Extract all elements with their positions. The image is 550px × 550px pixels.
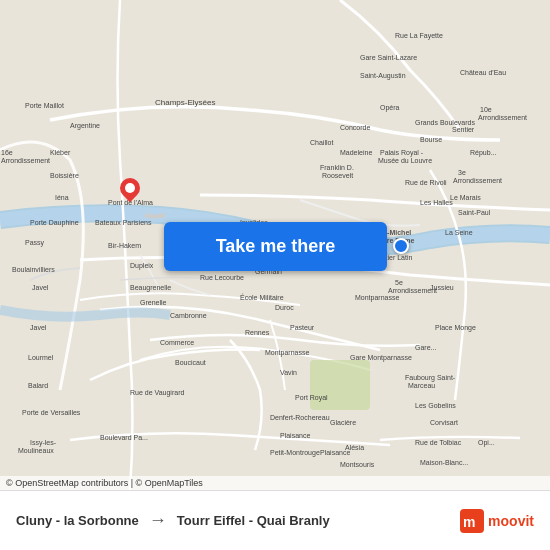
svg-text:m: m bbox=[463, 514, 475, 530]
svg-text:Duroc: Duroc bbox=[275, 304, 294, 311]
svg-text:Boucicaut: Boucicaut bbox=[175, 359, 206, 366]
svg-text:Argentine: Argentine bbox=[70, 122, 100, 130]
moovit-logo: m moovit bbox=[460, 509, 534, 533]
svg-text:Gare Saint-Lazare: Gare Saint-Lazare bbox=[360, 54, 417, 61]
svg-text:Kléber: Kléber bbox=[50, 149, 71, 156]
svg-text:École Militaire: École Militaire bbox=[240, 293, 284, 301]
svg-text:Montparnasse: Montparnasse bbox=[265, 349, 309, 357]
svg-text:Opéra: Opéra bbox=[380, 104, 400, 112]
svg-text:Petit-Montrouge: Petit-Montrouge bbox=[270, 449, 320, 457]
svg-text:Boulevard Pa...: Boulevard Pa... bbox=[100, 434, 148, 441]
svg-text:Les Halles: Les Halles bbox=[420, 199, 453, 206]
svg-text:Grands Boulevards: Grands Boulevards bbox=[415, 119, 475, 126]
svg-text:Beaugrenelle: Beaugrenelle bbox=[130, 284, 171, 292]
svg-text:Dupleix: Dupleix bbox=[130, 262, 154, 270]
svg-text:Musée du Louvre: Musée du Louvre bbox=[378, 157, 432, 164]
svg-text:Bir-Hakem: Bir-Hakem bbox=[108, 242, 141, 249]
svg-text:Chaillot: Chaillot bbox=[310, 139, 333, 146]
svg-text:Roosevelt: Roosevelt bbox=[322, 172, 353, 179]
svg-text:Rue Lecourbe: Rue Lecourbe bbox=[200, 274, 244, 281]
svg-text:Rue de Rivoli: Rue de Rivoli bbox=[405, 179, 447, 186]
svg-text:Gare...: Gare... bbox=[415, 344, 436, 351]
svg-text:Corvisart: Corvisart bbox=[430, 419, 458, 426]
moovit-brand-name: moovit bbox=[488, 513, 534, 529]
svg-text:Javel: Javel bbox=[30, 324, 47, 331]
svg-text:16e: 16e bbox=[1, 149, 13, 156]
svg-text:Grenelle: Grenelle bbox=[140, 299, 167, 306]
svg-text:Château d'Eau: Château d'Eau bbox=[460, 69, 506, 76]
svg-text:3e: 3e bbox=[458, 169, 466, 176]
svg-text:Gare Montparnasse: Gare Montparnasse bbox=[350, 354, 412, 362]
svg-text:Iéna: Iéna bbox=[55, 194, 69, 201]
svg-text:Les Gobelins: Les Gobelins bbox=[415, 402, 456, 409]
svg-text:Vavin: Vavin bbox=[280, 369, 297, 376]
svg-text:Javel: Javel bbox=[32, 284, 49, 291]
svg-text:Cambronne: Cambronne bbox=[170, 312, 207, 319]
moovit-icon: m bbox=[460, 509, 484, 533]
svg-text:Montsouris: Montsouris bbox=[340, 461, 375, 468]
svg-text:Faubourg Saint-: Faubourg Saint- bbox=[405, 374, 456, 382]
svg-text:Rennes: Rennes bbox=[245, 329, 270, 336]
route-from-label: Cluny - la Sorbonne bbox=[16, 513, 139, 528]
svg-text:Le Marais: Le Marais bbox=[450, 194, 481, 201]
take-me-there-button[interactable]: Take me there bbox=[164, 222, 387, 271]
svg-text:Commerce: Commerce bbox=[160, 339, 194, 346]
svg-text:Bourse: Bourse bbox=[420, 136, 442, 143]
origin-pin bbox=[120, 178, 140, 206]
svg-text:Porte Dauphine: Porte Dauphine bbox=[30, 219, 79, 227]
svg-text:Rue de Vaugirard: Rue de Vaugirard bbox=[130, 389, 184, 397]
svg-text:Port Royal: Port Royal bbox=[295, 394, 328, 402]
svg-text:Champs-Elysées: Champs-Elysées bbox=[155, 98, 215, 107]
svg-text:Bateaux Parisiens: Bateaux Parisiens bbox=[95, 219, 152, 226]
svg-text:Porte Maillot: Porte Maillot bbox=[25, 102, 64, 109]
svg-text:5e: 5e bbox=[395, 279, 403, 286]
svg-text:Franklin D.: Franklin D. bbox=[320, 164, 354, 171]
svg-text:Denfert-Rochereau: Denfert-Rochereau bbox=[270, 414, 330, 421]
svg-text:Répub...: Répub... bbox=[470, 149, 497, 157]
svg-text:Porte de Versailles: Porte de Versailles bbox=[22, 409, 81, 416]
svg-text:Saint-Augustin: Saint-Augustin bbox=[360, 72, 406, 80]
svg-text:Boissière: Boissière bbox=[50, 172, 79, 179]
svg-text:Arrondissement: Arrondissement bbox=[1, 157, 50, 164]
route-arrow-icon: → bbox=[149, 510, 167, 531]
svg-text:Rue de Tolbiac: Rue de Tolbiac bbox=[415, 439, 462, 446]
svg-text:Arrondissement: Arrondissement bbox=[453, 177, 502, 184]
svg-text:Opi...: Opi... bbox=[478, 439, 495, 447]
svg-text:Lourmel: Lourmel bbox=[28, 354, 54, 361]
bottom-bar: Cluny - la Sorbonne → Tourr Eiffel - Qua… bbox=[0, 490, 550, 550]
svg-text:Place Monge: Place Monge bbox=[435, 324, 476, 332]
map-area: Champs-Elysées Porte Maillot Argentine K… bbox=[0, 0, 550, 490]
svg-text:Montparnasse: Montparnasse bbox=[355, 294, 399, 302]
svg-text:Rue La Fayette: Rue La Fayette bbox=[395, 32, 443, 40]
route-to-label: Tourr Eiffel - Quai Branly bbox=[177, 513, 330, 528]
map-copyright: © OpenStreetMap contributors | © OpenMap… bbox=[0, 476, 550, 490]
svg-text:Moulineaux: Moulineaux bbox=[18, 447, 54, 454]
svg-text:La Seine: La Seine bbox=[445, 229, 473, 236]
svg-text:Saint-Paul: Saint-Paul bbox=[458, 209, 491, 216]
svg-text:Sentier: Sentier bbox=[452, 126, 475, 133]
svg-text:Pasteur: Pasteur bbox=[290, 324, 315, 331]
svg-text:Plaisance: Plaisance bbox=[320, 449, 350, 456]
svg-text:Boulainvilliers: Boulainvilliers bbox=[12, 266, 55, 273]
svg-text:Marceau: Marceau bbox=[408, 382, 435, 389]
svg-text:10e: 10e bbox=[480, 106, 492, 113]
svg-text:Plaisance: Plaisance bbox=[280, 432, 310, 439]
svg-text:Jussieu: Jussieu bbox=[430, 284, 454, 291]
svg-rect-1 bbox=[310, 360, 370, 410]
svg-text:Arrondissement: Arrondissement bbox=[478, 114, 527, 121]
destination-marker bbox=[393, 238, 409, 254]
svg-text:Passy: Passy bbox=[25, 239, 45, 247]
svg-text:Palais Royal -: Palais Royal - bbox=[380, 149, 424, 157]
svg-text:Maison-Blanc...: Maison-Blanc... bbox=[420, 459, 468, 466]
svg-text:Glacière: Glacière bbox=[330, 419, 356, 426]
app-container: Champs-Elysées Porte Maillot Argentine K… bbox=[0, 0, 550, 550]
svg-text:Concorde: Concorde bbox=[340, 124, 370, 131]
svg-text:Balard: Balard bbox=[28, 382, 48, 389]
svg-text:Issy-les-: Issy-les- bbox=[30, 439, 57, 447]
svg-text:Madeleine: Madeleine bbox=[340, 149, 372, 156]
